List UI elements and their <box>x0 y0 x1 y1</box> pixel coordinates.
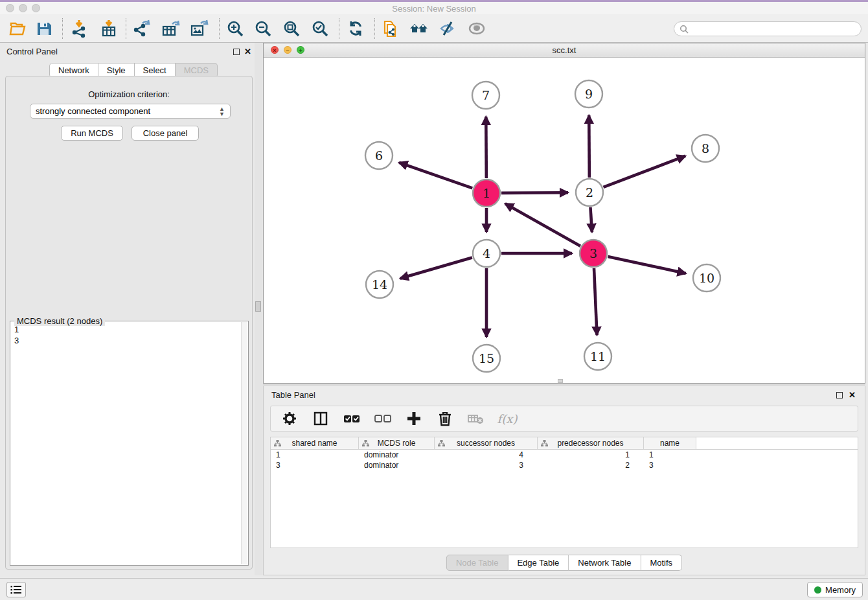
table-row[interactable]: 1dominator411 <box>271 450 858 460</box>
table-row[interactable]: 3dominator323 <box>271 460 858 470</box>
memory-status-icon <box>814 586 821 594</box>
column-header-shared-name[interactable]: shared name <box>271 437 359 449</box>
open-session-icon[interactable] <box>5 17 29 40</box>
search-box[interactable] <box>674 21 862 36</box>
close-panel-button[interactable]: Close panel <box>131 126 199 141</box>
function-builder-icon[interactable]: f(x) <box>496 409 518 428</box>
show-columns-icon[interactable] <box>310 409 332 428</box>
memory-button[interactable]: Memory <box>807 582 863 597</box>
vertical-splitter[interactable] <box>255 43 263 575</box>
node-label-11: 11 <box>590 349 606 363</box>
zoom-out-icon[interactable] <box>251 17 275 40</box>
eye-slash-icon[interactable] <box>437 17 460 40</box>
control-panel-title: Control Panel <box>6 47 58 56</box>
list-icon <box>10 585 22 594</box>
home-neighbors-icon[interactable] <box>408 17 431 40</box>
edge-1-6[interactable] <box>399 163 472 189</box>
edge-3-1[interactable] <box>505 203 580 246</box>
tab-edge-table[interactable]: Edge Table <box>508 555 569 571</box>
network-window-titlebar[interactable]: × − + scc.txt <box>264 43 865 58</box>
select-stepper-icon: ▲▼ <box>219 106 225 117</box>
settings-gear-icon[interactable] <box>279 409 301 428</box>
toolbar-separator <box>339 18 339 39</box>
select-all-icon[interactable] <box>341 409 363 428</box>
node-label-14: 14 <box>372 277 387 292</box>
mcds-panel-body: Optimization criterion: strongly connect… <box>5 76 253 570</box>
table-cell: 3 <box>644 460 696 470</box>
column-header-name[interactable]: name <box>644 437 696 449</box>
save-session-icon[interactable] <box>32 17 56 40</box>
control-panel: Control Panel ✕ Network Style Select MCD… <box>0 43 257 575</box>
node-label-2: 2 <box>586 185 593 200</box>
edge-3-10[interactable] <box>608 257 685 273</box>
network-window-title: scc.txt <box>264 45 865 55</box>
edge-3-11[interactable] <box>594 268 597 335</box>
edge-1-2[interactable] <box>501 192 568 193</box>
column-header-predecessor-nodes[interactable]: predecessor nodes <box>538 437 644 449</box>
status-bar: Memory <box>0 578 868 600</box>
node-label-8: 8 <box>702 141 709 156</box>
run-mcds-button[interactable]: Run MCDS <box>61 126 123 141</box>
app-titlebar: Session: New Session <box>0 2 868 14</box>
window-title: Session: New Session <box>0 4 868 14</box>
splitter-grip[interactable] <box>255 301 261 312</box>
mcds-result-group: MCDS result (2 nodes) 1 3 <box>10 321 249 566</box>
refresh-icon[interactable] <box>344 17 367 40</box>
table-panel: Table Panel ✕ f(x) shared nameMCDS roles… <box>263 386 865 575</box>
eye-icon[interactable] <box>465 17 488 40</box>
import-network-icon[interactable] <box>67 17 91 40</box>
table-cell: 2 <box>538 460 644 470</box>
edge-2-8[interactable] <box>604 156 686 187</box>
table-cell: 3 <box>271 460 359 470</box>
zoom-in-icon[interactable] <box>223 17 247 40</box>
tab-motifs[interactable]: Motifs <box>641 555 682 571</box>
mcds-result-text[interactable]: 1 3 <box>12 324 240 564</box>
deselect-all-icon[interactable] <box>372 409 394 428</box>
mcds-result-scrollbar[interactable] <box>241 322 247 564</box>
close-panel-icon[interactable]: ✕ <box>244 47 251 56</box>
export-network-icon[interactable] <box>130 17 153 40</box>
zoom-selected-icon[interactable] <box>308 17 332 40</box>
toolbar-separator <box>219 18 220 39</box>
node-label-3: 3 <box>589 246 597 260</box>
node-label-9: 9 <box>585 87 593 101</box>
selected-option: strongly connected component <box>36 106 150 116</box>
add-row-icon[interactable] <box>403 409 425 428</box>
duplicate-network-icon[interactable] <box>380 17 403 40</box>
table-cell: 1 <box>538 450 644 460</box>
table-cell: 4 <box>435 450 538 460</box>
edge-1-7[interactable] <box>486 117 486 178</box>
toolbar-separator <box>62 18 63 39</box>
float-panel-icon[interactable] <box>233 49 240 55</box>
export-image-icon[interactable] <box>187 17 211 40</box>
column-header-successor-nodes[interactable]: successor nodes <box>435 437 538 449</box>
node-label-6: 6 <box>375 148 383 163</box>
window-resize-grip[interactable] <box>558 379 563 383</box>
delete-table-icon[interactable] <box>465 409 487 428</box>
edge-2-3[interactable] <box>590 207 591 232</box>
node-label-10: 10 <box>699 271 714 285</box>
toolbar-separator <box>126 18 126 39</box>
toolbar-separator <box>374 18 375 39</box>
network-graph-canvas[interactable]: 7968124314101511 <box>264 58 865 384</box>
node-label-1: 1 <box>483 186 490 200</box>
tab-network-table[interactable]: Network Table <box>569 555 641 571</box>
zoom-fit-icon[interactable] <box>280 17 303 40</box>
close-panel-icon[interactable]: ✕ <box>849 390 856 400</box>
export-table-icon[interactable] <box>159 17 182 40</box>
search-input[interactable] <box>689 22 861 36</box>
import-table-icon[interactable] <box>97 17 120 40</box>
float-panel-icon[interactable] <box>836 392 843 398</box>
edge-4-14[interactable] <box>400 257 472 278</box>
table-toolbar: f(x) <box>270 406 858 432</box>
delete-row-icon[interactable] <box>434 409 456 428</box>
column-header-MCDS-role[interactable]: MCDS role <box>359 437 435 449</box>
edge-2-9[interactable] <box>589 115 589 178</box>
tab-node-table[interactable]: Node Table <box>446 555 508 571</box>
task-list-button[interactable] <box>6 582 26 597</box>
optimization-criterion-select[interactable]: strongly connected component ▲▼ <box>30 104 231 119</box>
node-table[interactable]: shared nameMCDS rolesuccessor nodesprede… <box>270 437 858 548</box>
node-label-4: 4 <box>483 246 490 260</box>
network-view-window: × − + scc.txt 7968124314101511 <box>263 43 865 384</box>
search-icon <box>680 25 689 34</box>
